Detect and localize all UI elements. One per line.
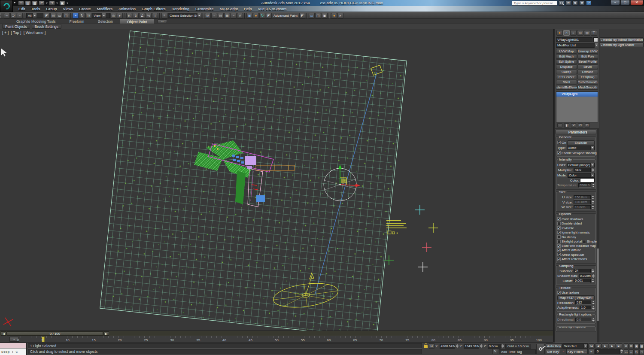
subdivs-field[interactable]: 24 bbox=[574, 269, 591, 273]
configure-modifier-sets-icon[interactable]: ⊡ bbox=[585, 123, 590, 127]
viewport-top[interactable]: [ + ] [ Top ] [ Wireframe ] bbox=[0, 29, 553, 331]
menu-animation[interactable]: Animation bbox=[115, 7, 139, 11]
simple-checkbox[interactable] bbox=[583, 240, 586, 243]
time-tag-icon[interactable]: ✎ bbox=[492, 349, 498, 354]
current-frame-field[interactable]: 0 bbox=[595, 349, 620, 354]
units-dropdown[interactable]: Default (image) bbox=[567, 163, 595, 167]
mirror-icon[interactable]: M bbox=[205, 13, 211, 18]
modifier-button[interactable]: UVW Map bbox=[556, 49, 577, 54]
selection-filter-dropdown[interactable]: All bbox=[26, 13, 43, 18]
rollout-mr-indirect-illumination[interactable]: ● mental ray Indirect Illumination bbox=[600, 37, 644, 42]
pin-stack-icon[interactable]: − bbox=[557, 123, 562, 127]
motion-tab-icon[interactable]: ◎ bbox=[577, 30, 583, 36]
modifier-button[interactable]: sterialByEleme bbox=[556, 85, 577, 90]
dropdown-arrow-icon[interactable] bbox=[583, 344, 587, 348]
store-irradiance-checkbox[interactable] bbox=[557, 244, 561, 248]
menu-edit[interactable]: Edit bbox=[15, 7, 28, 11]
select-and-rotate-icon[interactable]: ↻ bbox=[79, 13, 85, 18]
render-iterative-icon[interactable]: ↻ bbox=[259, 13, 265, 18]
named-selection-dropdown[interactable]: Create Selection Se bbox=[168, 13, 201, 18]
align-icon[interactable]: = bbox=[211, 13, 217, 18]
modifier-button[interactable]: Bevel Profile bbox=[577, 59, 598, 64]
go-to-end-icon[interactable]: ▶| bbox=[616, 343, 622, 349]
menu-tools[interactable]: Tools bbox=[28, 7, 43, 11]
viewport-shading-label[interactable]: [ Wireframe ] bbox=[24, 30, 46, 35]
vue-toolbar-icon-1[interactable]: ▭ bbox=[309, 13, 315, 18]
shadow-bias-field[interactable]: 0.02cm bbox=[579, 274, 591, 278]
reference-coordinate-dropdown[interactable]: View bbox=[92, 13, 110, 18]
maxscript-mini-listener[interactable]: Stop : C bbox=[0, 343, 27, 355]
maximize-button[interactable]: □ bbox=[620, 0, 630, 5]
modifier-button[interactable]: FFD(box) bbox=[577, 75, 598, 79]
modifier-button[interactable]: Bevel bbox=[577, 64, 598, 69]
cast-shadows-checkbox[interactable] bbox=[557, 217, 561, 221]
snaps-toggle-icon[interactable]: 3 bbox=[133, 13, 139, 18]
menu-rendering[interactable]: Rendering bbox=[169, 7, 193, 11]
dropdown-arrow-icon[interactable] bbox=[594, 43, 598, 48]
panel-paint-objects[interactable]: Paint Objects bbox=[2, 24, 30, 29]
select-and-link-icon[interactable]: ∞ bbox=[4, 13, 10, 18]
menu-modifiers[interactable]: Modifiers bbox=[94, 7, 115, 11]
key-filters-button[interactable]: Key Filters... bbox=[566, 349, 588, 354]
play-icon[interactable]: ▶ bbox=[602, 343, 608, 349]
zoom-all-icon[interactable]: ⊞ bbox=[629, 343, 634, 349]
modifier-button[interactable]: Edit Poly bbox=[577, 54, 598, 59]
modifier-button[interactable]: FFD 2x2x2 bbox=[556, 75, 577, 79]
z-coordinate-field[interactable]: 0.0cm bbox=[488, 344, 501, 349]
rectangular-selection-region-icon[interactable]: ▭ bbox=[57, 13, 63, 18]
selection-set-dropdown[interactable]: Selected bbox=[562, 343, 588, 349]
angle-snap-icon[interactable]: ∠ bbox=[139, 13, 145, 18]
set-keys-button[interactable] bbox=[536, 344, 545, 354]
resolution-field[interactable]: 512 bbox=[575, 300, 591, 305]
select-object-icon[interactable]: ◤ bbox=[44, 13, 50, 18]
invisible-checkbox[interactable] bbox=[557, 226, 561, 230]
rollout-mr-light-shader[interactable]: ● mental ray Light Shader bbox=[600, 42, 644, 47]
menu-group[interactable]: Group bbox=[43, 7, 60, 11]
previous-frame-icon[interactable]: ◀| bbox=[595, 343, 601, 349]
menu-help[interactable]: Help bbox=[241, 7, 255, 11]
advanced-paint-icon[interactable]: ◤ bbox=[299, 13, 305, 18]
time-slider-next-icon[interactable]: ▶ bbox=[103, 331, 109, 336]
menu-views[interactable]: Views bbox=[60, 7, 76, 11]
cutoff-field[interactable]: 0.001 bbox=[574, 279, 591, 283]
parameters-rollout-header[interactable]: − Parameters bbox=[556, 130, 596, 134]
modifier-button[interactable]: MeshSmooth bbox=[577, 85, 598, 90]
modifier-list-dropdown[interactable]: Modifier List bbox=[556, 43, 598, 48]
on-checkbox[interactable] bbox=[557, 141, 561, 144]
mode-dropdown[interactable]: Color bbox=[568, 173, 595, 178]
show-end-result-icon[interactable]: ▮ bbox=[564, 123, 569, 127]
double-sided-checkbox[interactable] bbox=[557, 222, 561, 225]
set-key-button[interactable]: Set Key bbox=[546, 349, 560, 354]
dropdown-arrow-icon[interactable] bbox=[197, 13, 201, 18]
curve-icon[interactable]: ~ bbox=[561, 349, 566, 354]
modifier-button[interactable]: Unwrap UVW bbox=[577, 49, 598, 54]
object-name-field[interactable]: VRayLight001 bbox=[556, 37, 592, 42]
adaptiveness-field[interactable]: 1.0 bbox=[580, 306, 591, 310]
time-slider-prev-icon[interactable]: ◀ bbox=[1, 331, 6, 336]
search-icon[interactable] bbox=[559, 0, 564, 6]
subscription-icon[interactable]: ✉ bbox=[565, 0, 571, 6]
minimize-button[interactable]: − bbox=[611, 0, 620, 5]
dropdown-arrow-icon[interactable] bbox=[590, 163, 594, 167]
ignore-light-normals-checkbox[interactable] bbox=[557, 231, 561, 234]
unlink-selection-icon[interactable]: ⊃ bbox=[10, 13, 16, 18]
spinner-snap-icon[interactable]: ↕ bbox=[152, 13, 158, 18]
x-coordinate-field[interactable]: 4988.643c bbox=[440, 344, 455, 349]
modifier-button[interactable]: TurboSmooth bbox=[577, 80, 598, 85]
use-texture-checkbox[interactable] bbox=[557, 291, 561, 294]
dropdown-arrow-icon[interactable] bbox=[590, 146, 594, 150]
render-setup-icon[interactable]: ● bbox=[253, 13, 259, 18]
zoom-extents-all-icon[interactable]: ▩ bbox=[639, 343, 644, 349]
vue-toolbar-icon-2[interactable]: ◫ bbox=[315, 13, 321, 18]
select-and-manipulate-icon[interactable]: ▸ bbox=[117, 13, 123, 18]
viewport-shading-checkbox[interactable] bbox=[557, 151, 561, 155]
texture-map-button[interactable]: Map #437 ( VRayHDRI ) bbox=[557, 295, 595, 300]
pan-icon[interactable]: ↔ bbox=[629, 349, 634, 355]
viewport-menu-label[interactable]: [ + ] bbox=[2, 30, 9, 35]
material-editor-icon[interactable]: ▣ bbox=[246, 13, 252, 18]
modifier-button[interactable]: Displace bbox=[556, 64, 577, 69]
display-tab-icon[interactable]: ▥ bbox=[584, 30, 590, 36]
track-bar[interactable]: ~ 0510 152025 303540 455055 606570 75808… bbox=[0, 336, 553, 343]
tab-graphite-modeling-tools[interactable]: Graphite Modeling Tools bbox=[9, 19, 63, 24]
vue-toolbar-icon-3[interactable]: ▣ bbox=[322, 13, 328, 18]
